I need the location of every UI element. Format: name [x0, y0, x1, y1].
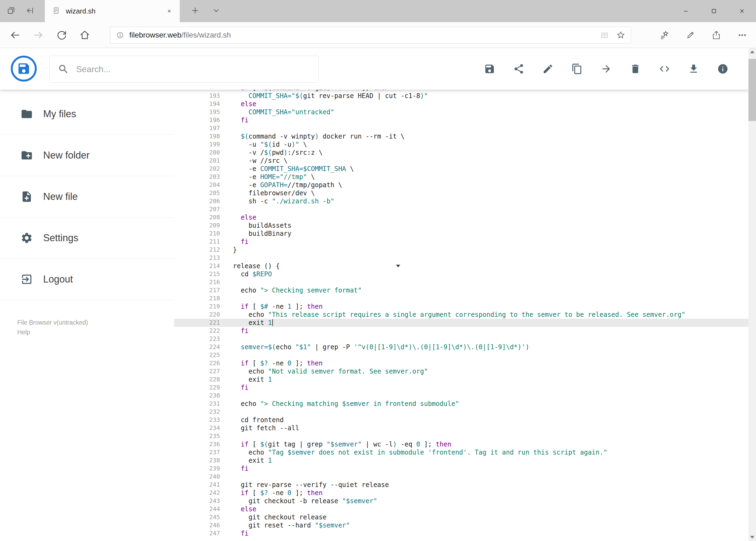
- code-line-229[interactable]: 229 fi: [174, 383, 748, 392]
- code-line-243[interactable]: 243 git checkout -b release "$semver": [174, 497, 748, 505]
- site-info-icon[interactable]: [116, 31, 125, 39]
- code-line-192[interactable]: 192 if [ "$(command -v git)" != "" ]; th…: [174, 90, 748, 92]
- code-editor[interactable]: 192 if [ "$(command -v git)" != "" ]; th…: [174, 90, 748, 541]
- code-line-233[interactable]: 233 cd frontend: [174, 416, 748, 424]
- move-button[interactable]: [599, 61, 614, 77]
- share-button[interactable]: [511, 61, 527, 77]
- code-line-214[interactable]: 214release () {: [174, 262, 748, 270]
- browser-tab[interactable]: wizard.sh: [45, 0, 180, 22]
- code-line-200[interactable]: 200 -v /$(pwd):/src:z \: [174, 149, 748, 157]
- code-line-226[interactable]: 226 if [ $? -ne 0 ]; then: [174, 359, 748, 367]
- code-line-239[interactable]: 239 fi: [174, 465, 748, 473]
- code-line-215[interactable]: 215 cd $REPO: [174, 270, 748, 278]
- back-button[interactable]: [5, 25, 25, 45]
- code-line-193[interactable]: 193 COMMIT_SHA="$(git rev-parse HEAD | c…: [174, 92, 748, 100]
- code-line-230[interactable]: 230: [174, 392, 748, 400]
- search-input[interactable]: [76, 64, 310, 74]
- code-line-219[interactable]: 219 if [ $# -ne 1 ]; then: [174, 302, 748, 310]
- window-minimize-button[interactable]: [672, 0, 700, 22]
- save-button[interactable]: [482, 61, 497, 77]
- code-line-240[interactable]: 240: [174, 473, 748, 481]
- code-line-246[interactable]: 246 git reset --hard "$semver": [174, 521, 748, 529]
- home-button[interactable]: [75, 25, 95, 45]
- code-line-244[interactable]: 244 else: [174, 505, 748, 513]
- scroll-down-arrow-icon[interactable]: [750, 536, 754, 539]
- fold-marker-icon[interactable]: [396, 265, 400, 268]
- code-line-213[interactable]: 213: [174, 254, 748, 262]
- code-line-207[interactable]: 207: [174, 205, 748, 214]
- tab-close-icon[interactable]: [166, 8, 173, 15]
- code-line-208[interactable]: 208 else: [174, 214, 748, 222]
- help-link[interactable]: Help: [17, 327, 88, 337]
- code-line-241[interactable]: 241 git rev-parse --verify --quiet relea…: [174, 481, 748, 489]
- code-line-196[interactable]: 196 fi: [174, 116, 748, 124]
- scrollbar-thumb[interactable]: [748, 59, 756, 121]
- filebrowser-logo[interactable]: [11, 56, 37, 82]
- copy-button[interactable]: [569, 61, 585, 77]
- sidebar-item-settings[interactable]: Settings: [0, 218, 174, 259]
- share-button-browser[interactable]: [707, 25, 726, 45]
- search-bar[interactable]: [49, 56, 319, 83]
- code-line-218[interactable]: 218: [174, 294, 748, 302]
- code-line-209[interactable]: 209 buildAssets: [174, 222, 748, 230]
- window-maximize-button[interactable]: [700, 0, 728, 22]
- sidebar-item-my-files[interactable]: My files: [0, 94, 174, 135]
- add-favorite-star-icon[interactable]: [616, 31, 626, 40]
- code-line-201[interactable]: 201 -w //src \: [174, 157, 748, 165]
- code-line-217[interactable]: 217 echo "> Checking semver format": [174, 286, 748, 294]
- code-line-202[interactable]: 202 -e COMMIT_SHA=$COMMIT_SHA \: [174, 165, 748, 173]
- refresh-button[interactable]: [51, 25, 72, 45]
- code-line-232[interactable]: 232: [174, 408, 748, 416]
- code-line-198[interactable]: 198 $(command -v winpty) docker run --rm…: [174, 132, 748, 141]
- code-line-204[interactable]: 204 -e GOPATH=//tmp/gopath \: [174, 181, 748, 189]
- code-line-199[interactable]: 199 -u "$(id -u)" \: [174, 141, 748, 149]
- code-line-238[interactable]: 238 exit 1: [174, 456, 748, 465]
- code-line-225[interactable]: 225: [174, 351, 748, 359]
- edit-button[interactable]: [540, 61, 556, 77]
- code-line-203[interactable]: 203 -e HOME="//tmp" \: [174, 173, 748, 181]
- scroll-up-arrow-icon[interactable]: [750, 51, 754, 53]
- reading-view-icon[interactable]: [600, 31, 609, 40]
- code-line-216[interactable]: 216: [174, 278, 748, 286]
- download-button[interactable]: [686, 61, 701, 77]
- window-close-button[interactable]: [728, 0, 756, 22]
- more-options-button[interactable]: [733, 25, 752, 45]
- code-line-245[interactable]: 245 git checkout release: [174, 513, 748, 521]
- code-line-197[interactable]: 197: [174, 124, 748, 132]
- code-line-224[interactable]: 224 semver=$(echo "$1" | grep -P '^v(0|[…: [174, 343, 748, 351]
- code-line-222[interactable]: 222 fi: [174, 327, 748, 335]
- code-line-205[interactable]: 205 filebrowser/dev \: [174, 189, 748, 197]
- sidebar-item-new-file[interactable]: New file: [0, 176, 174, 218]
- code-line-221[interactable]: 221 exit 1: [174, 319, 748, 327]
- code-line-194[interactable]: 194 else: [174, 100, 748, 108]
- tabs-set-aside-list-button[interactable]: [2, 0, 20, 22]
- code-line-211[interactable]: 211 fi: [174, 238, 748, 246]
- code-line-234[interactable]: 234 git fetch --all: [174, 424, 748, 432]
- code-line-235[interactable]: 235: [174, 432, 748, 440]
- info-button[interactable]: [715, 61, 731, 77]
- sidebar-item-logout[interactable]: Logout: [0, 259, 174, 300]
- code-line-227[interactable]: 227 echo "Not valid semver format. See s…: [174, 367, 748, 375]
- code-line-237[interactable]: 237 echo "Tag $semver does not exist in …: [174, 448, 748, 456]
- tab-preview-chevron-button[interactable]: [207, 0, 225, 22]
- code-line-231[interactable]: 231 echo "> Checking matching $semver in…: [174, 400, 748, 408]
- web-note-button[interactable]: [681, 25, 700, 45]
- code-line-195[interactable]: 195 COMMIT_SHA="untracked": [174, 108, 748, 116]
- code-line-247[interactable]: 247 fi: [174, 529, 748, 537]
- sidebar-item-new-folder[interactable]: New folder: [0, 135, 174, 176]
- raw-code-button[interactable]: [657, 61, 672, 77]
- code-line-212[interactable]: 212}: [174, 246, 748, 254]
- set-tabs-aside-button[interactable]: [21, 0, 39, 22]
- code-line-223[interactable]: 223: [174, 335, 748, 343]
- address-bar[interactable]: filebrowser.web/files/wizard.sh: [110, 27, 631, 44]
- forward-button[interactable]: [28, 25, 49, 45]
- code-line-236[interactable]: 236 if [ $(git tag | grep "$semver" | wc…: [174, 440, 748, 448]
- delete-button[interactable]: [628, 61, 643, 77]
- code-line-242[interactable]: 242 if [ $? -ne 0 ]; then: [174, 489, 748, 497]
- code-line-228[interactable]: 228 exit 1: [174, 375, 748, 383]
- code-line-206[interactable]: 206 sh -c "./wizard.sh -b": [174, 197, 748, 205]
- hub-favorites-button[interactable]: [655, 25, 674, 45]
- new-tab-button[interactable]: [186, 0, 204, 22]
- page-scrollbar[interactable]: [748, 48, 756, 541]
- code-line-210[interactable]: 210 buildBinary: [174, 230, 748, 238]
